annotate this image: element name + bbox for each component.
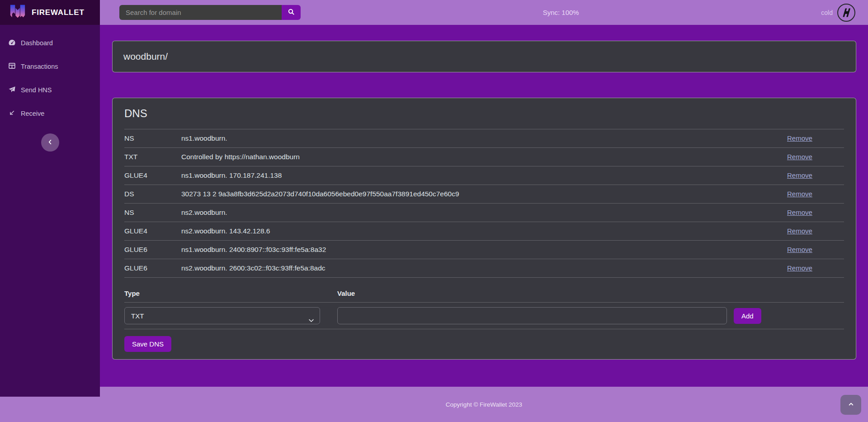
chevron-up-icon <box>848 401 854 409</box>
dns-records-table: NS ns1.woodburn. Remove TXT Controlled b… <box>124 129 844 278</box>
dns-record-type: TXT <box>124 148 181 166</box>
dns-record-row: GLUE4 ns2.woodburn. 143.42.128.6 Remove <box>124 222 844 241</box>
scroll-to-top-button[interactable] <box>840 395 861 415</box>
dns-record-type: NS <box>124 204 181 222</box>
dns-record-row: GLUE4 ns1.woodburn. 170.187.241.138 Remo… <box>124 166 844 185</box>
type-column-header: Type <box>124 286 337 303</box>
dns-record-value: ns2.woodburn. <box>181 204 787 222</box>
dns-record-type: GLUE6 <box>124 259 181 278</box>
dns-record-value: ns2.woodburn. 2600:3c02::f03c:93ff:fe5a:… <box>181 259 787 278</box>
domain-title: woodburn/ <box>123 51 168 62</box>
dns-record-row: GLUE6 ns2.woodburn. 2600:3c02::f03c:93ff… <box>124 259 844 278</box>
dns-record-row: GLUE6 ns1.woodburn. 2400:8907::f03c:93ff… <box>124 241 844 259</box>
dns-record-value: 30273 13 2 9a3a8fb3d625d2a2073d740f10da6… <box>181 185 787 204</box>
arrow-down-left-icon <box>8 109 16 118</box>
sidebar-item-send-hns[interactable]: Send HNS <box>0 82 100 98</box>
dns-record-value: ns1.woodburn. 2400:8907::f03c:93ff:fe5a:… <box>181 241 787 259</box>
topbar: Sync: 100% cold <box>100 0 868 25</box>
table-icon <box>8 62 16 71</box>
wallet-name: cold <box>821 9 833 16</box>
remove-record-link[interactable]: Remove <box>787 153 812 161</box>
remove-record-link[interactable]: Remove <box>787 264 812 272</box>
sidebar-item-label: Receive <box>21 110 44 117</box>
dns-add-form: Type Value TXT <box>124 286 844 329</box>
gauge-icon <box>8 38 16 47</box>
remove-record-link[interactable]: Remove <box>787 171 812 179</box>
copyright-text: Copyright © FireWallet 2023 <box>446 401 522 408</box>
dns-record-type: DS <box>124 185 181 204</box>
sidebar-item-dashboard[interactable]: Dashboard <box>0 35 100 51</box>
dns-record-type: GLUE4 <box>124 222 181 241</box>
sidebar-item-transactions[interactable]: Transactions <box>0 58 100 74</box>
remove-record-link[interactable]: Remove <box>787 209 812 216</box>
wallet-area: cold <box>821 4 855 22</box>
paper-plane-icon <box>8 85 16 95</box>
dns-card: DNS NS ns1.woodburn. Remove TXT Controll… <box>112 98 856 360</box>
dns-card-title: DNS <box>124 107 844 120</box>
sidebar-item-label: Transactions <box>21 63 58 70</box>
domain-title-card: woodburn/ <box>112 41 856 72</box>
sidebar-item-label: Dashboard <box>21 39 53 47</box>
dns-record-value: ns1.woodburn. <box>181 129 787 148</box>
remove-record-link[interactable]: Remove <box>787 134 812 142</box>
sidebar-nav: Dashboard Transactions Send HNS <box>0 25 100 121</box>
sidebar-collapse-button[interactable] <box>41 133 59 152</box>
sidebar: FIREWALLET Dashboard Transactions <box>0 0 100 397</box>
sidebar-item-receive[interactable]: Receive <box>0 105 100 121</box>
dns-record-row: NS ns1.woodburn. Remove <box>124 129 844 148</box>
dns-record-type: NS <box>124 129 181 148</box>
search-button[interactable] <box>282 5 301 20</box>
sidebar-item-label: Send HNS <box>21 86 52 94</box>
add-record-button[interactable]: Add <box>734 308 761 324</box>
dns-record-type: GLUE6 <box>124 241 181 259</box>
dns-record-row: NS ns2.woodburn. Remove <box>124 204 844 222</box>
brand-header: FIREWALLET <box>0 0 100 25</box>
chevron-left-icon <box>47 139 53 147</box>
magnifier-icon <box>288 8 295 17</box>
save-dns-button[interactable]: Save DNS <box>124 336 171 352</box>
dns-record-value: ns2.woodburn. 143.42.128.6 <box>181 222 787 241</box>
dns-record-row: DS 30273 13 2 9a3a8fb3d625d2a2073d740f10… <box>124 185 844 204</box>
handshake-h-logo-icon[interactable] <box>837 4 855 22</box>
firewallet-w-logo-icon <box>9 3 26 23</box>
footer: Copyright © FireWallet 2023 <box>0 387 868 422</box>
value-column-header: Value <box>337 286 734 303</box>
record-type-select[interactable]: TXT <box>124 307 320 324</box>
domain-search <box>119 5 301 20</box>
record-value-input[interactable] <box>337 307 727 324</box>
remove-record-link[interactable]: Remove <box>787 227 812 235</box>
brand-name: FIREWALLET <box>32 8 85 17</box>
sync-status: Sync: 100% <box>301 9 821 16</box>
search-input[interactable] <box>119 5 282 20</box>
main-content: woodburn/ DNS NS ns1.woodburn. Remove TX… <box>100 25 868 387</box>
remove-record-link[interactable]: Remove <box>787 246 812 253</box>
remove-record-link[interactable]: Remove <box>787 190 812 198</box>
dns-record-value: Controlled by https://nathan.woodburn <box>181 148 787 166</box>
dns-record-row: TXT Controlled by https://nathan.woodbur… <box>124 148 844 166</box>
dns-record-value: ns1.woodburn. 170.187.241.138 <box>181 166 787 185</box>
dns-record-type: GLUE4 <box>124 166 181 185</box>
